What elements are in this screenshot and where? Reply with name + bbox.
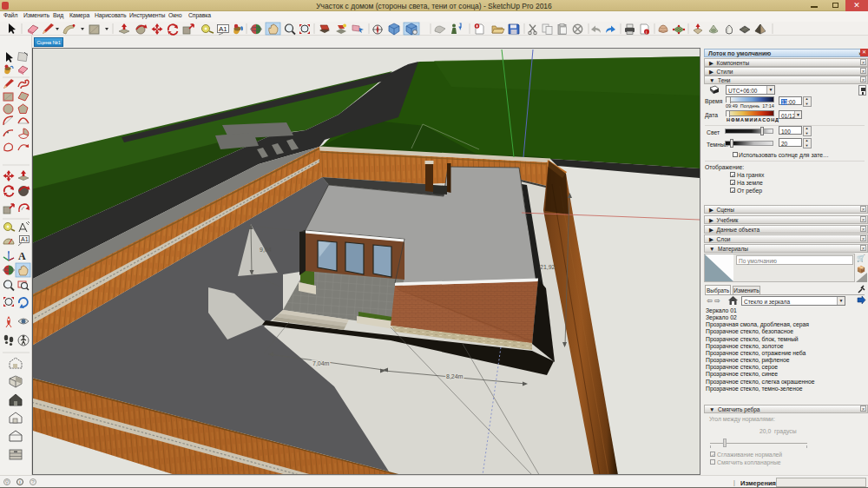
svg-text:i: i — [646, 30, 647, 35]
svg-text:A1: A1 — [21, 236, 29, 242]
svg-text:9,04: 9,04 — [260, 247, 272, 253]
svg-text:A1: A1 — [219, 25, 227, 33]
svg-text:8,24m: 8,24m — [446, 373, 464, 379]
svg-text:7,04m: 7,04m — [312, 360, 330, 366]
svg-text:21,92: 21,92 — [540, 264, 556, 270]
svg-text:A: A — [18, 250, 26, 262]
